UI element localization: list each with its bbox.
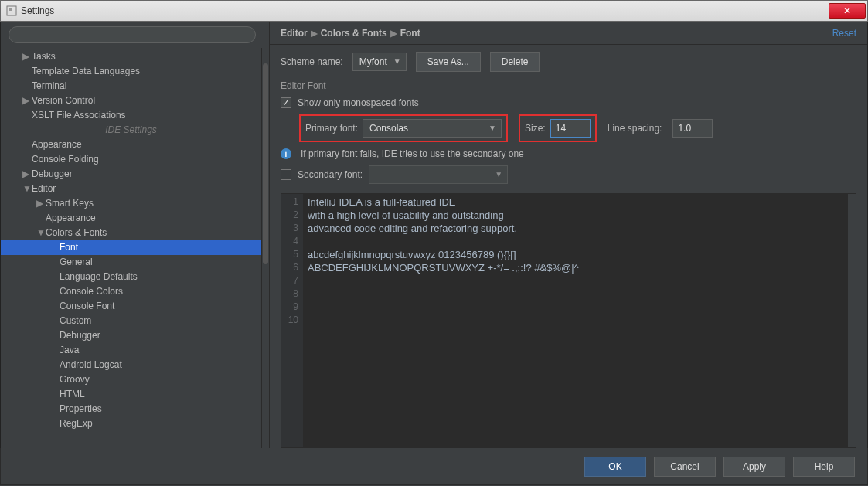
footer: OK Cancel Apply Help	[0, 448, 868, 485]
tree-item[interactable]: ▶Debugger	[1, 167, 261, 182]
app-icon	[5, 5, 18, 17]
tree-item[interactable]: Appearance	[1, 138, 261, 152]
preview-code[interactable]: IntelliJ IDEA is a full-featured IDE wit…	[303, 194, 856, 447]
tree-item-label: Editor	[32, 183, 56, 194]
line-spacing-label: Line spacing:	[608, 123, 662, 134]
tree-item-label: Colors & Fonts	[46, 227, 107, 238]
tree-item[interactable]: Console Colors	[1, 284, 261, 299]
cancel-button[interactable]: Cancel	[654, 457, 716, 477]
tree-item-label: Language Defaults	[60, 271, 138, 282]
breadcrumb: Editor ▶ Colors & Fonts ▶ Font Reset	[270, 22, 867, 45]
tree-item-label: Console Font	[60, 301, 114, 311]
tree-item[interactable]: ▼Colors & Fonts	[1, 226, 261, 240]
line-number: 4	[281, 235, 298, 248]
gutter: 12345678910	[281, 194, 303, 447]
primary-font-label: Primary font:	[305, 123, 358, 134]
delete-button[interactable]: Delete	[490, 52, 540, 72]
reset-link[interactable]: Reset	[832, 28, 856, 39]
tree-item[interactable]: Custom	[1, 314, 261, 328]
apply-button[interactable]: Apply	[723, 457, 785, 477]
ok-button[interactable]: OK	[584, 457, 646, 477]
tree-item-label: Android Logcat	[60, 359, 122, 370]
mono-checkbox[interactable]: ✓	[281, 97, 291, 108]
tree-item[interactable]: Console Folding	[1, 152, 261, 167]
close-icon: ✕	[843, 5, 851, 16]
tree-item[interactable]: Font	[1, 240, 261, 255]
tree-item[interactable]: Console Font	[1, 299, 261, 314]
tree-item-label: Appearance	[32, 139, 82, 150]
tree-item-label: Groovy	[60, 374, 90, 385]
preview-scrollbar[interactable]	[847, 194, 856, 447]
editor-font-group: Editor Font	[270, 79, 867, 94]
scheme-label: Scheme name:	[281, 56, 343, 67]
tree-item[interactable]: Java	[1, 343, 261, 358]
ide-settings-header: IDE Settings	[1, 123, 261, 138]
size-highlight: Size:	[519, 114, 597, 142]
scheme-select[interactable]: Myfont ▼	[352, 53, 407, 71]
tree-item[interactable]: Terminal	[1, 79, 261, 93]
tree-item[interactable]: RegExp	[1, 416, 261, 431]
tree-item-label: Terminal	[32, 80, 66, 91]
line-number: 10	[281, 314, 298, 327]
crumb-editor[interactable]: Editor	[281, 28, 308, 39]
tree-item[interactable]: Groovy	[1, 372, 261, 387]
tree-item[interactable]: General	[1, 255, 261, 270]
tree-item[interactable]: Debugger	[1, 328, 261, 343]
scheme-value: Myfont	[359, 56, 387, 67]
tree-item-label: Template Data Languages	[32, 66, 140, 76]
line-number: 2	[281, 209, 298, 222]
chevron-right-icon: ▶	[390, 28, 397, 39]
line-number: 1	[281, 195, 298, 209]
secondary-font-select[interactable]: ▼	[369, 165, 508, 184]
size-label: Size:	[525, 123, 546, 134]
tree-item[interactable]: ▼Editor	[1, 182, 261, 196]
crumb-colors[interactable]: Colors & Fonts	[321, 28, 387, 39]
tree-arrow-icon: ▶	[22, 93, 32, 108]
tree-item-label: Console Colors	[60, 286, 123, 297]
tree-item[interactable]: ▶Version Control	[1, 93, 261, 108]
tree-item-label: Smart Keys	[46, 198, 94, 209]
tree-item-label: Console Folding	[32, 154, 99, 165]
tree-item-label: Debugger	[32, 168, 73, 179]
tree-item-label: Version Control	[32, 95, 95, 106]
crumb-font: Font	[400, 28, 420, 39]
tree-item-label: Custom	[60, 315, 91, 326]
tree-item-label: Tasks	[32, 51, 56, 62]
tree-item-label: XSLT File Associations	[32, 110, 126, 121]
tree-item-label: Font	[60, 242, 78, 253]
save-as-button[interactable]: Save As...	[416, 52, 481, 72]
titlebar: Settings ✕	[0, 0, 868, 22]
tree-item-label: RegExp	[60, 418, 93, 429]
tree-item[interactable]: Android Logcat	[1, 358, 261, 372]
search-input[interactable]	[9, 26, 256, 43]
tree-item[interactable]: XSLT File Associations	[1, 108, 261, 123]
tree-arrow-icon: ▶	[22, 167, 32, 182]
primary-font-select[interactable]: Consolas ▼	[363, 119, 502, 138]
tree-item-label: Properties	[60, 403, 102, 414]
tree-item[interactable]: ▶Tasks	[1, 49, 261, 64]
tree-item-label: HTML	[60, 389, 85, 399]
settings-tree[interactable]: ▶TasksTemplate Data LanguagesTerminal▶Ve…	[1, 48, 261, 431]
tree-item[interactable]: Properties	[1, 402, 261, 416]
help-button[interactable]: Help	[793, 457, 855, 477]
line-number: 7	[281, 274, 298, 287]
sidebar: 🔍 ▶TasksTemplate Data LanguagesTerminal▶…	[1, 22, 270, 448]
tree-item[interactable]: ▶Smart Keys	[1, 196, 261, 211]
tree-arrow-icon: ▼	[22, 182, 32, 196]
line-spacing-input[interactable]	[672, 119, 713, 138]
line-number: 5	[281, 248, 298, 261]
font-preview: 12345678910 IntelliJ IDEA is a full-feat…	[281, 193, 856, 448]
window-title: Settings	[21, 5, 54, 16]
tree-item[interactable]: Template Data Languages	[1, 64, 261, 79]
chevron-down-icon: ▼	[488, 124, 496, 132]
secondary-checkbox[interactable]	[281, 169, 291, 180]
tree-item[interactable]: Language Defaults	[1, 270, 261, 284]
tree-item[interactable]: HTML	[1, 387, 261, 402]
line-number: 3	[281, 222, 298, 235]
sidebar-scrollbar[interactable]	[261, 48, 269, 448]
line-number: 9	[281, 301, 298, 314]
size-input[interactable]	[550, 119, 591, 138]
secondary-label: Secondary font:	[298, 169, 363, 180]
tree-item[interactable]: Appearance	[1, 211, 261, 226]
close-button[interactable]: ✕	[829, 3, 866, 19]
